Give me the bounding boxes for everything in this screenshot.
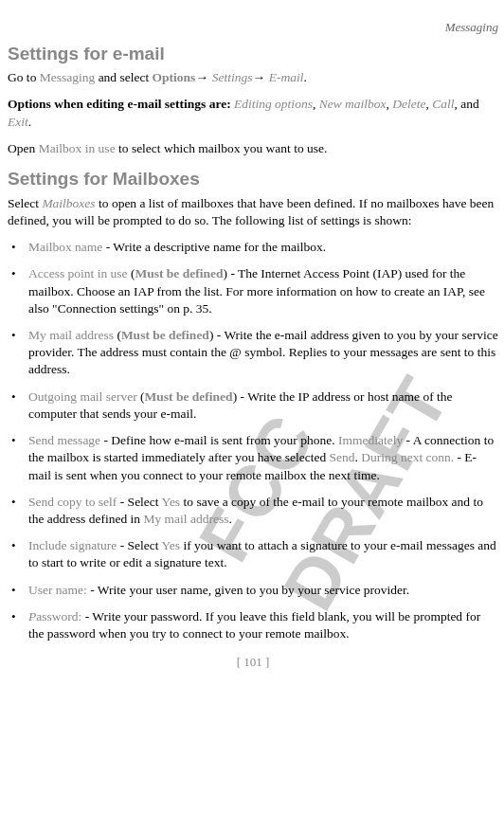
settings-list: Mailbox name - Write a descriptive name …: [8, 239, 498, 642]
header-section: Messaging: [8, 19, 498, 36]
para-mailbox-intro: Select Mailboxes to open a list of mailb…: [8, 195, 498, 229]
heading-mailbox-settings: Settings for Mailboxes: [8, 167, 498, 191]
heading-email-settings: Settings for e-mail: [8, 42, 498, 66]
list-item: Access point in use (Must be defined) - …: [8, 265, 498, 317]
para-options-when: Options when editing e-mail settings are…: [8, 96, 498, 130]
para-open-mailbox: Open Mailbox in use to select which mail…: [8, 140, 498, 157]
list-item: Password: - Write your password. If you …: [8, 608, 498, 642]
list-item: User name: - Write your user name, given…: [8, 582, 498, 599]
list-item: Send message - Define how e-mail is sent…: [8, 432, 498, 484]
list-item: Mailbox name - Write a descriptive name …: [8, 239, 498, 256]
para-goto: Go to Messaging and select Options→ Sett…: [8, 69, 498, 86]
page-number: [ 101 ]: [8, 654, 498, 671]
list-item: Send copy to self - Select Yes to save a…: [8, 494, 498, 528]
list-item: Outgoing mail server (Must be defined) -…: [8, 388, 498, 423]
list-item: My mail address (Must be defined) - Writ…: [8, 327, 498, 379]
list-item: Include signature - Select Yes if you wa…: [8, 537, 498, 571]
